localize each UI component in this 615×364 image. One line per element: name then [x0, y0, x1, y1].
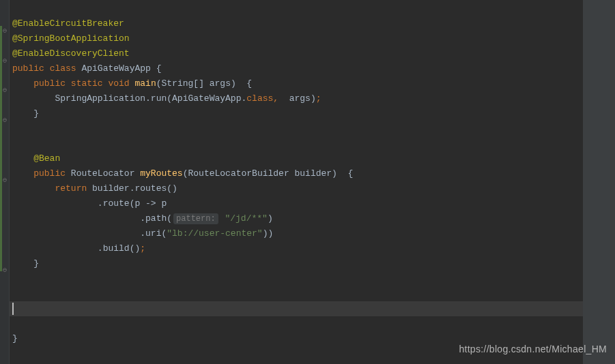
call: .build() [98, 243, 140, 254]
comma: , [273, 93, 278, 104]
param-hint: pattern: [173, 213, 218, 224]
brace: } [33, 108, 39, 119]
call: .route(p -> p [98, 198, 167, 209]
editor-container: ⊖ ⊖ ⊖ ⊖ ⊖ ⊖ @EnableCircuitBreaker @Sprin… [0, 0, 615, 364]
paren: ) [268, 213, 273, 224]
code-line: } [10, 256, 583, 271]
code-line: @EnableCircuitBreaker [10, 16, 583, 31]
code-line: .route(p -> p [10, 196, 583, 211]
brace: } [33, 258, 39, 269]
code-line: SpringApplication.run(ApiGateWayApp.clas… [10, 91, 583, 106]
string-literal: "lb://user-center" [167, 228, 262, 239]
code-line [10, 1, 583, 16]
method-name: myRoutes [140, 168, 182, 179]
keyword: class [246, 93, 273, 104]
right-panel [591, 0, 615, 364]
code-line: .build(); [10, 241, 583, 256]
keyword: public [12, 63, 44, 74]
keyword: void [108, 78, 129, 89]
semicolon: ; [316, 93, 321, 104]
code-line [10, 286, 583, 301]
code-line: return builder.routes() [10, 181, 583, 196]
code-line: public class ApiGateWayApp { [10, 61, 583, 76]
params: (String[] args) [156, 78, 236, 89]
method-name: main [135, 78, 156, 89]
keyword: public [33, 168, 66, 179]
code-line: @SpringBootApplication [10, 31, 583, 46]
code-line: @EnableDiscoveryClient [10, 46, 583, 61]
class-name: ApiGateWayApp [81, 63, 150, 74]
fold-icon[interactable]: ⊖ [1, 177, 8, 184]
brace: { [151, 63, 162, 74]
code-line: .path(pattern: "/jd/**") [10, 211, 583, 226]
brace: } [12, 333, 18, 344]
params: (RouteLocatorBuilder builder) [183, 168, 337, 179]
code-line: public RouteLocator myRoutes(RouteLocato… [10, 166, 583, 181]
call: .path( [140, 213, 172, 224]
watermark: https://blog.csdn.net/Michael_HM [459, 344, 607, 354]
annotation: @EnableCircuitBreaker [12, 18, 124, 29]
scrollbar-vertical[interactable] [583, 0, 591, 364]
fold-icon[interactable]: ⊖ [1, 28, 8, 35]
paren: )) [263, 228, 274, 239]
fold-icon[interactable]: ⊖ [1, 58, 8, 65]
gutter: ⊖ ⊖ ⊖ ⊖ ⊖ ⊖ [0, 0, 10, 364]
keyword: public [33, 78, 66, 89]
annotation: @EnableDiscoveryClient [12, 48, 130, 59]
string-literal: "/jd/**" [225, 213, 267, 224]
code-line [10, 136, 583, 151]
args: args) [278, 93, 316, 104]
annotation: @Bean [33, 153, 60, 164]
call: .uri( [140, 228, 167, 239]
semicolon: ; [140, 243, 145, 254]
type: RouteLocator [66, 168, 140, 179]
keyword: static [71, 78, 103, 89]
code-line [10, 316, 583, 331]
keyword: return [55, 183, 87, 194]
code-line [10, 271, 583, 286]
brace: { [236, 78, 252, 89]
code-line [10, 121, 583, 136]
fold-icon[interactable]: ⊖ [1, 87, 8, 94]
code-line: .uri("lb://user-center")) [10, 226, 583, 241]
fold-icon[interactable]: ⊖ [1, 117, 8, 124]
code-line: public static void main(String[] args) { [10, 76, 583, 91]
keyword: class [50, 63, 76, 74]
call: builder.routes() [87, 183, 177, 194]
cursor-line [10, 301, 583, 316]
brace: { [337, 168, 353, 179]
annotation: @SpringBootApplication [12, 33, 130, 44]
call: SpringApplication.run(ApiGateWayApp. [55, 93, 246, 104]
code-line: @Bean [10, 151, 583, 166]
text-cursor [12, 303, 14, 315]
fold-icon[interactable]: ⊖ [1, 267, 8, 274]
code-line: } [10, 106, 583, 121]
code-area[interactable]: @EnableCircuitBreaker @SpringBootApplica… [10, 0, 583, 364]
